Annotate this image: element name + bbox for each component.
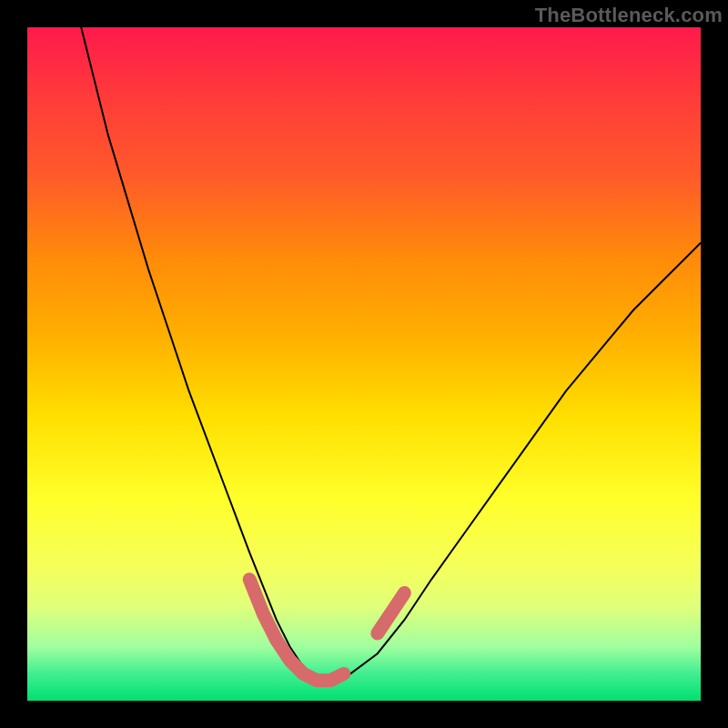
optimal-marker-left (249, 580, 344, 681)
bottleneck-curve (81, 27, 701, 681)
optimal-marker-right (378, 593, 405, 633)
watermark: TheBottleneck.com (535, 4, 723, 27)
plot-area (27, 27, 701, 701)
chart-svg (27, 27, 701, 701)
